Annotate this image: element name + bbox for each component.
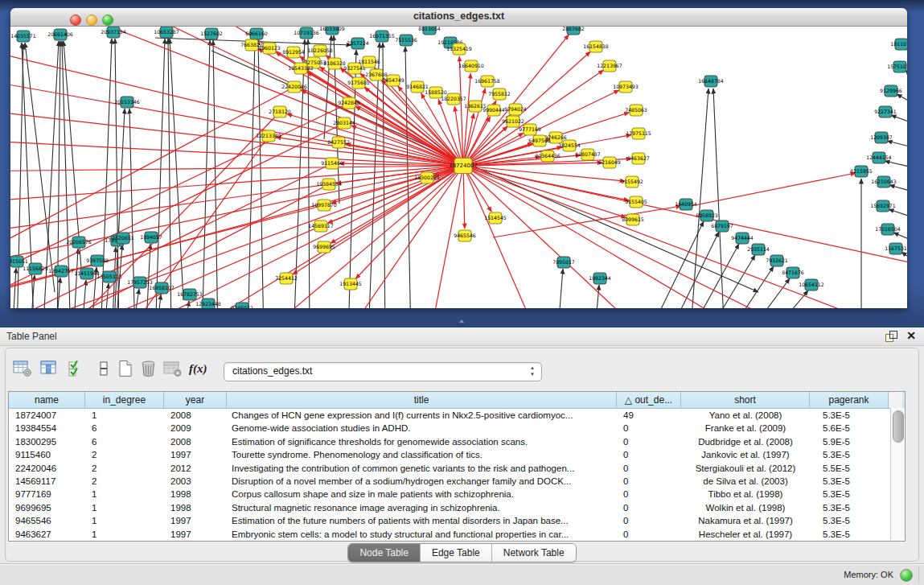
table-row[interactable]: 969969511998Structural magnetic resonanc… [9, 501, 905, 514]
table-cell: Estimation of significance thresholds fo… [227, 435, 617, 448]
table-cell: de Silva et al. (2003) [681, 475, 810, 488]
graph-edge [466, 117, 491, 160]
table-row[interactable]: 1830029562008Estimation of significance … [9, 435, 905, 448]
graph-edge [889, 209, 907, 217]
graph-node-label: 1415051 [10, 258, 28, 264]
network-window[interactable]: citations_edges.txt 14035571206914062093… [10, 8, 907, 308]
graph-edge [691, 173, 856, 206]
table-cell: Yano et al. (2008) [681, 409, 810, 422]
graph-edge [351, 126, 457, 163]
graph-node-label: 7515536 [395, 37, 417, 43]
float-panel-icon[interactable] [885, 331, 897, 341]
graph-node-label: 8186328 [323, 60, 346, 66]
selection-mode-icon[interactable] [68, 360, 88, 381]
graph-edge [725, 266, 774, 308]
table-cell: 9465546 [9, 514, 85, 527]
graph-node-label: 11156829 [23, 266, 48, 271]
table-cell: 0 [617, 435, 681, 448]
memory-ok-led-icon[interactable] [900, 569, 913, 582]
column-header-pagerank[interactable]: pagerank [810, 392, 889, 408]
tab-node-table[interactable]: Node Table [348, 544, 421, 562]
table-cell: Estimation of the future numbers of pati… [227, 514, 617, 527]
table-row[interactable]: 1456911722003Disruption of a novel membe… [9, 475, 905, 488]
column-header-short[interactable]: short [681, 392, 810, 408]
graph-node-label: 9155405 [625, 199, 647, 204]
graph-node-label: 15692971 [870, 203, 896, 208]
graph-node-label: 18226058 [307, 47, 333, 53]
graph-node-label: 1894057 [140, 234, 162, 240]
table-row[interactable]: 977716911998Corpus callosum shape and si… [9, 488, 905, 501]
table-cell: 5.3E-5 [810, 528, 889, 541]
tab-network-table[interactable]: Network Table [492, 544, 576, 562]
delete-table-icon[interactable] [163, 360, 184, 381]
table-row[interactable]: 911546021997Tourette syndrome. Phenomeno… [9, 448, 905, 461]
close-panel-icon[interactable]: ✕ [906, 329, 916, 342]
table-cell: Stergiakouli et al. (2012) [681, 462, 810, 475]
column-header-year[interactable]: year [164, 392, 227, 408]
table-cell: Tourette syndrome. Phenomenology and cla… [227, 448, 617, 461]
graph-node-label: 17975115 [626, 130, 651, 136]
graph-node-label: 9227341 [874, 109, 897, 114]
graph-node-label: 16648784 [698, 78, 724, 84]
trash-icon[interactable] [139, 360, 160, 381]
table-cell: 0 [617, 488, 681, 501]
table-row[interactable]: 946362711997Embryonic stem cells: a mode… [9, 528, 905, 541]
table-cell: Disruption of a novel member of a sodium… [227, 475, 617, 488]
function-builder-icon[interactable]: f(x) [189, 361, 213, 382]
network-graph[interactable]: 1403557120691406209371341065328715276026… [10, 27, 907, 308]
column-header-out_de[interactable]: △ out_de... [617, 392, 681, 408]
graph-node-label: 3824554 [558, 142, 581, 148]
graph-node-label: 7955812 [488, 91, 511, 97]
graph-node-label: 2935114 [747, 246, 770, 252]
graph-node-label: 6216049 [598, 159, 621, 165]
graph-edge [202, 40, 210, 308]
panel-splitter-grip[interactable] [458, 319, 466, 323]
tab-edge-table[interactable]: Edge Table [421, 544, 492, 562]
graph-node-label: 16782753 [177, 291, 203, 297]
graph-node-label: 16640910 [458, 63, 484, 68]
graph-edge [168, 39, 171, 308]
graph-node-label: 6966160 [245, 31, 268, 36]
graph-edge [331, 167, 458, 203]
table-cell: 5.3E-5 [810, 448, 889, 461]
table-row[interactable]: 1872400712008Changes of HCN gene express… [9, 409, 905, 422]
graph-node-label: 9794024 [504, 106, 527, 112]
row-height-icon[interactable] [95, 360, 116, 381]
column-header-in_degree[interactable]: in_degree [85, 392, 164, 408]
table-scrollbar-thumb[interactable] [893, 410, 904, 443]
column-visibility-icon[interactable] [40, 360, 61, 381]
graph-node-label: 11325419 [446, 46, 472, 51]
graph-node-label: 9155492 [621, 179, 643, 184]
graph-node-label: 9777169 [519, 126, 541, 132]
graph-node-label: 9990444 [483, 107, 505, 113]
table-cell: 5.3E-5 [810, 409, 889, 422]
column-header-name[interactable]: name [9, 392, 85, 408]
table-row[interactable]: 2242004622012Investigating the contribut… [9, 462, 905, 475]
graph-edge [301, 90, 458, 163]
network-window-title: citations_edges.txt [10, 10, 907, 22]
network-canvas[interactable]: 1403557120691406209371341065328715276026… [10, 27, 907, 308]
graph-node-label: 16971355 [369, 33, 395, 39]
graph-edge [463, 166, 907, 268]
table-cell: Embryonic stem cells: a model to study s… [227, 528, 617, 541]
column-header-title[interactable]: title [227, 392, 617, 408]
graph-node-label: 8958923 [696, 212, 718, 218]
table-cell: Hescheler et al. (1997) [681, 528, 810, 541]
graph-node-label: 22420046 [281, 84, 307, 89]
graph-node-label: 10654112 [799, 282, 824, 287]
graph-node-label: 9129966 [880, 88, 902, 93]
table-scrollbar[interactable] [890, 408, 905, 540]
table-row[interactable]: 946554611997Estimation of the future num… [9, 514, 905, 527]
table-row[interactable]: 1938455462009Genome-wide association stu… [9, 422, 905, 435]
table-select-dropdown[interactable]: citations_edges.txt ▲▼ [224, 362, 542, 381]
graph-node-label: 1167531 [885, 245, 907, 251]
table-cell: 18300295 [9, 435, 85, 448]
graph-edge [889, 185, 907, 192]
table-settings-icon[interactable] [13, 360, 34, 381]
table-panel-header: Table Panel ✕ [0, 328, 924, 346]
graph-edge [704, 255, 755, 308]
graph-node-label: 7857224 [347, 40, 369, 46]
graph-node-label: 1514545 [484, 215, 507, 220]
network-window-titlebar[interactable]: citations_edges.txt [10, 8, 907, 27]
new-file-icon[interactable] [117, 360, 138, 381]
